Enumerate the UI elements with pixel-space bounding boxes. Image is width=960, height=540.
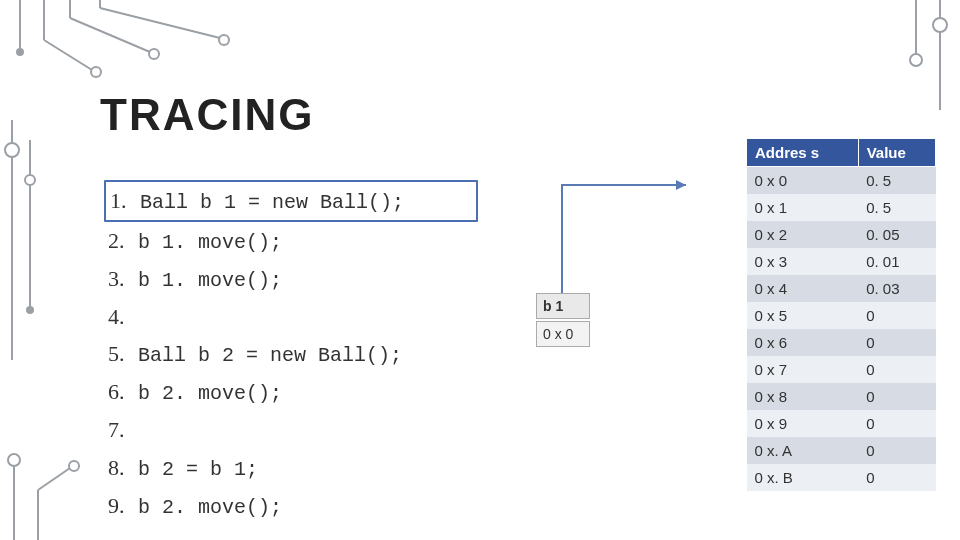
- memory-value: 0. 5: [858, 167, 935, 195]
- table-row: 0 x 80: [747, 383, 936, 410]
- table-row: 0 x 10. 5: [747, 194, 936, 221]
- circuit-bottom-left: [0, 450, 100, 540]
- circuit-top-left: [0, 0, 260, 80]
- code-line: 3.b 1. move();: [108, 260, 478, 298]
- memory-header-value: Value: [858, 139, 935, 167]
- code-listing: 1.Ball b 1 = new Ball();2.b 1. move();3.…: [108, 180, 478, 525]
- svg-line-9: [100, 8, 220, 38]
- table-row: 0 x 70: [747, 356, 936, 383]
- svg-point-15: [26, 306, 34, 314]
- line-number: 8.: [108, 449, 130, 486]
- svg-point-4: [91, 67, 101, 77]
- code-line: 4.: [108, 298, 478, 335]
- table-row: 0 x 40. 03: [747, 275, 936, 302]
- svg-point-10: [219, 35, 229, 45]
- memory-value: 0: [858, 383, 935, 410]
- code-statement: b 1. move();: [138, 264, 282, 298]
- pointer-label: b 1: [536, 293, 590, 319]
- memory-value: 0: [858, 410, 935, 437]
- svg-point-1: [16, 48, 24, 56]
- circuit-left: [0, 120, 60, 360]
- code-statement: b 2. move();: [138, 491, 282, 525]
- svg-point-24: [69, 461, 79, 471]
- svg-point-19: [910, 54, 922, 66]
- memory-address: 0 x. B: [747, 464, 859, 491]
- line-number: 1.: [110, 182, 132, 219]
- memory-address: 0 x 6: [747, 329, 859, 356]
- memory-value: 0: [858, 437, 935, 464]
- code-statement: b 2 = b 1;: [138, 453, 258, 487]
- memory-address: 0 x 5: [747, 302, 859, 329]
- memory-address: 0 x 1: [747, 194, 859, 221]
- table-row: 0 x. A0: [747, 437, 936, 464]
- memory-header-address: Addres s: [747, 139, 859, 167]
- memory-value: 0: [858, 464, 935, 491]
- svg-point-12: [5, 143, 19, 157]
- memory-address: 0 x 2: [747, 221, 859, 248]
- svg-marker-25: [676, 180, 686, 190]
- line-number: 2.: [108, 222, 130, 259]
- svg-point-17: [933, 18, 947, 32]
- code-statement: b 1. move();: [138, 226, 282, 260]
- table-row: 0 x 60: [747, 329, 936, 356]
- code-line: 5.Ball b 2 = new Ball();: [108, 335, 478, 373]
- page-title: TRACING: [100, 90, 314, 140]
- code-line: 6.b 2. move();: [108, 373, 478, 411]
- memory-value: 0. 5: [858, 194, 935, 221]
- table-row: 0 x 30. 01: [747, 248, 936, 275]
- memory-table: Addres s Value 0 x 00. 50 x 10. 50 x 20.…: [746, 138, 936, 491]
- pointer-diagram: b 1 0 x 0: [516, 175, 716, 375]
- memory-address: 0 x 7: [747, 356, 859, 383]
- line-number: 3.: [108, 260, 130, 297]
- svg-point-14: [25, 175, 35, 185]
- memory-address: 0 x 3: [747, 248, 859, 275]
- memory-value: 0: [858, 302, 935, 329]
- pointer-value: 0 x 0: [536, 321, 590, 347]
- code-line: 1.Ball b 1 = new Ball();: [104, 180, 478, 222]
- table-row: 0 x 90: [747, 410, 936, 437]
- slide: { "title": "TRACING", "code": [ { "n": "…: [0, 0, 960, 540]
- line-number: 4.: [108, 298, 130, 335]
- line-number: 6.: [108, 373, 130, 410]
- line-number: 5.: [108, 335, 130, 372]
- code-line: 2.b 1. move();: [108, 222, 478, 260]
- svg-line-3: [44, 40, 92, 70]
- table-row: 0 x 20. 05: [747, 221, 936, 248]
- memory-value: 0. 03: [858, 275, 935, 302]
- memory-value: 0: [858, 356, 935, 383]
- memory-value: 0. 01: [858, 248, 935, 275]
- code-statement: b 2. move();: [138, 377, 282, 411]
- table-row: 0 x 00. 5: [747, 167, 936, 195]
- code-statement: Ball b 2 = new Ball();: [138, 339, 402, 373]
- svg-line-23: [38, 468, 70, 490]
- svg-line-6: [70, 18, 150, 52]
- memory-address: 0 x 8: [747, 383, 859, 410]
- memory-value: 0: [858, 329, 935, 356]
- code-statement: Ball b 1 = new Ball();: [140, 186, 404, 220]
- line-number: 7.: [108, 411, 130, 448]
- code-line: 8.b 2 = b 1;: [108, 449, 478, 487]
- circuit-top-right: [880, 0, 960, 120]
- code-line: 9.b 2. move();: [108, 487, 478, 525]
- svg-point-7: [149, 49, 159, 59]
- code-line: 7.: [108, 411, 478, 448]
- table-row: 0 x. B0: [747, 464, 936, 491]
- memory-address: 0 x 0: [747, 167, 859, 195]
- memory-value: 0. 05: [858, 221, 935, 248]
- svg-point-21: [8, 454, 20, 466]
- memory-address: 0 x 4: [747, 275, 859, 302]
- memory-address: 0 x 9: [747, 410, 859, 437]
- table-row: 0 x 50: [747, 302, 936, 329]
- memory-address: 0 x. A: [747, 437, 859, 464]
- line-number: 9.: [108, 487, 130, 524]
